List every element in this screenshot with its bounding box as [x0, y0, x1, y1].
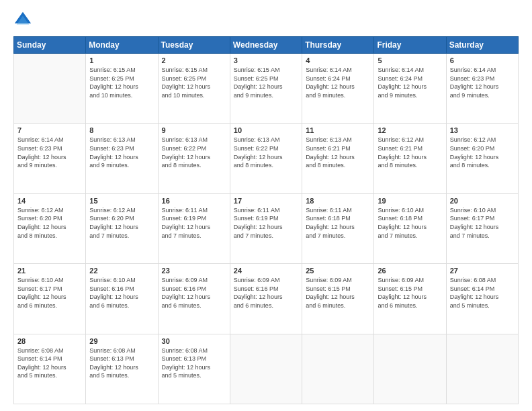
day-number: 18	[306, 197, 370, 205]
calendar-cell: 16Sunrise: 6:11 AM Sunset: 6:19 PM Dayli…	[158, 193, 230, 263]
calendar-cell: 28Sunrise: 6:08 AM Sunset: 6:14 PM Dayli…	[14, 334, 86, 404]
day-info: Sunrise: 6:09 AM Sunset: 6:16 PM Dayligh…	[234, 276, 298, 310]
day-info: Sunrise: 6:12 AM Sunset: 6:20 PM Dayligh…	[450, 136, 515, 169]
day-number: 9	[162, 126, 226, 134]
calendar-row: 28Sunrise: 6:08 AM Sunset: 6:14 PM Dayli…	[14, 334, 519, 404]
day-info: Sunrise: 6:09 AM Sunset: 6:16 PM Dayligh…	[162, 276, 226, 310]
calendar-cell	[374, 334, 446, 404]
header-day: Friday	[374, 37, 446, 54]
calendar-table: SundayMondayTuesdayWednesdayThursdayFrid…	[13, 36, 519, 404]
calendar-cell: 14Sunrise: 6:12 AM Sunset: 6:20 PM Dayli…	[14, 193, 86, 263]
calendar-cell: 3Sunrise: 6:15 AM Sunset: 6:25 PM Daylig…	[230, 54, 302, 124]
day-info: Sunrise: 6:12 AM Sunset: 6:21 PM Dayligh…	[378, 136, 442, 169]
calendar-cell: 24Sunrise: 6:09 AM Sunset: 6:16 PM Dayli…	[230, 264, 302, 334]
day-info: Sunrise: 6:13 AM Sunset: 6:22 PM Dayligh…	[234, 136, 298, 169]
day-number: 25	[306, 267, 370, 275]
day-info: Sunrise: 6:13 AM Sunset: 6:21 PM Dayligh…	[306, 136, 370, 169]
header-day: Tuesday	[158, 37, 230, 54]
calendar-body: 1Sunrise: 6:15 AM Sunset: 6:25 PM Daylig…	[14, 54, 519, 404]
calendar-cell: 25Sunrise: 6:09 AM Sunset: 6:15 PM Dayli…	[302, 264, 374, 334]
day-number: 29	[89, 337, 154, 345]
day-number: 14	[17, 197, 82, 205]
day-info: Sunrise: 6:15 AM Sunset: 6:25 PM Dayligh…	[234, 66, 298, 99]
calendar-cell	[230, 334, 302, 404]
day-info: Sunrise: 6:09 AM Sunset: 6:15 PM Dayligh…	[306, 276, 370, 310]
day-number: 10	[234, 126, 298, 134]
calendar-row: 7Sunrise: 6:14 AM Sunset: 6:23 PM Daylig…	[14, 124, 519, 193]
day-number: 17	[234, 197, 298, 205]
day-info: Sunrise: 6:10 AM Sunset: 6:17 PM Dayligh…	[17, 276, 82, 310]
calendar-cell: 5Sunrise: 6:14 AM Sunset: 6:24 PM Daylig…	[374, 54, 446, 124]
day-number: 15	[89, 197, 154, 205]
calendar-cell: 22Sunrise: 6:10 AM Sunset: 6:16 PM Dayli…	[86, 264, 158, 334]
day-number: 2	[162, 56, 226, 64]
calendar-cell: 11Sunrise: 6:13 AM Sunset: 6:21 PM Dayli…	[302, 124, 374, 193]
day-number: 11	[306, 126, 370, 134]
day-number: 6	[450, 56, 515, 64]
calendar-cell: 19Sunrise: 6:10 AM Sunset: 6:18 PM Dayli…	[374, 193, 446, 263]
calendar-header: SundayMondayTuesdayWednesdayThursdayFrid…	[14, 37, 519, 54]
day-number: 28	[17, 337, 82, 345]
day-info: Sunrise: 6:09 AM Sunset: 6:15 PM Dayligh…	[378, 276, 442, 310]
day-info: Sunrise: 6:10 AM Sunset: 6:17 PM Dayligh…	[450, 206, 515, 240]
day-number: 30	[162, 337, 226, 345]
day-info: Sunrise: 6:12 AM Sunset: 6:20 PM Dayligh…	[89, 206, 154, 240]
calendar-cell: 27Sunrise: 6:08 AM Sunset: 6:14 PM Dayli…	[446, 264, 518, 334]
logo	[13, 11, 35, 30]
day-number: 23	[162, 267, 226, 275]
day-info: Sunrise: 6:15 AM Sunset: 6:25 PM Dayligh…	[89, 66, 154, 99]
calendar-cell: 15Sunrise: 6:12 AM Sunset: 6:20 PM Dayli…	[86, 193, 158, 263]
logo-icon	[13, 11, 32, 30]
day-number: 12	[378, 126, 442, 134]
day-number: 16	[162, 197, 226, 205]
day-info: Sunrise: 6:11 AM Sunset: 6:19 PM Dayligh…	[162, 206, 226, 240]
day-number: 24	[234, 267, 298, 275]
day-info: Sunrise: 6:14 AM Sunset: 6:24 PM Dayligh…	[378, 66, 442, 99]
day-number: 27	[450, 267, 515, 275]
day-info: Sunrise: 6:13 AM Sunset: 6:23 PM Dayligh…	[89, 136, 154, 169]
day-number: 8	[89, 126, 154, 134]
calendar-cell: 23Sunrise: 6:09 AM Sunset: 6:16 PM Dayli…	[158, 264, 230, 334]
calendar-cell: 1Sunrise: 6:15 AM Sunset: 6:25 PM Daylig…	[86, 54, 158, 124]
calendar-cell	[302, 334, 374, 404]
header-day: Thursday	[302, 37, 374, 54]
calendar-cell: 21Sunrise: 6:10 AM Sunset: 6:17 PM Dayli…	[14, 264, 86, 334]
day-number: 21	[17, 267, 82, 275]
day-number: 5	[378, 56, 442, 64]
calendar-cell: 20Sunrise: 6:10 AM Sunset: 6:17 PM Dayli…	[446, 193, 518, 263]
header	[13, 11, 519, 30]
day-info: Sunrise: 6:15 AM Sunset: 6:25 PM Dayligh…	[162, 66, 226, 99]
day-info: Sunrise: 6:08 AM Sunset: 6:14 PM Dayligh…	[450, 276, 515, 310]
calendar-cell: 6Sunrise: 6:14 AM Sunset: 6:23 PM Daylig…	[446, 54, 518, 124]
day-number: 19	[378, 197, 442, 205]
day-number: 3	[234, 56, 298, 64]
day-number: 7	[17, 126, 82, 134]
calendar-cell: 30Sunrise: 6:08 AM Sunset: 6:13 PM Dayli…	[158, 334, 230, 404]
calendar-cell: 9Sunrise: 6:13 AM Sunset: 6:22 PM Daylig…	[158, 124, 230, 193]
day-info: Sunrise: 6:11 AM Sunset: 6:19 PM Dayligh…	[234, 206, 298, 240]
day-info: Sunrise: 6:08 AM Sunset: 6:14 PM Dayligh…	[17, 347, 82, 380]
header-day: Wednesday	[230, 37, 302, 54]
day-number: 1	[89, 56, 154, 64]
calendar-cell	[14, 54, 86, 124]
day-info: Sunrise: 6:10 AM Sunset: 6:16 PM Dayligh…	[89, 276, 154, 310]
calendar-cell: 2Sunrise: 6:15 AM Sunset: 6:25 PM Daylig…	[158, 54, 230, 124]
day-info: Sunrise: 6:08 AM Sunset: 6:13 PM Dayligh…	[89, 347, 154, 380]
calendar-cell: 8Sunrise: 6:13 AM Sunset: 6:23 PM Daylig…	[86, 124, 158, 193]
calendar-cell: 17Sunrise: 6:11 AM Sunset: 6:19 PM Dayli…	[230, 193, 302, 263]
day-number: 20	[450, 197, 515, 205]
calendar-row: 1Sunrise: 6:15 AM Sunset: 6:25 PM Daylig…	[14, 54, 519, 124]
header-day: Monday	[86, 37, 158, 54]
calendar-row: 21Sunrise: 6:10 AM Sunset: 6:17 PM Dayli…	[14, 264, 519, 334]
day-info: Sunrise: 6:14 AM Sunset: 6:24 PM Dayligh…	[306, 66, 370, 99]
day-info: Sunrise: 6:13 AM Sunset: 6:22 PM Dayligh…	[162, 136, 226, 169]
day-info: Sunrise: 6:14 AM Sunset: 6:23 PM Dayligh…	[17, 136, 82, 169]
calendar-cell	[446, 334, 518, 404]
day-info: Sunrise: 6:08 AM Sunset: 6:13 PM Dayligh…	[162, 347, 226, 380]
calendar-cell: 29Sunrise: 6:08 AM Sunset: 6:13 PM Dayli…	[86, 334, 158, 404]
calendar-cell: 7Sunrise: 6:14 AM Sunset: 6:23 PM Daylig…	[14, 124, 86, 193]
header-row: SundayMondayTuesdayWednesdayThursdayFrid…	[14, 37, 519, 54]
day-info: Sunrise: 6:11 AM Sunset: 6:18 PM Dayligh…	[306, 206, 370, 240]
day-number: 4	[306, 56, 370, 64]
calendar-cell: 4Sunrise: 6:14 AM Sunset: 6:24 PM Daylig…	[302, 54, 374, 124]
